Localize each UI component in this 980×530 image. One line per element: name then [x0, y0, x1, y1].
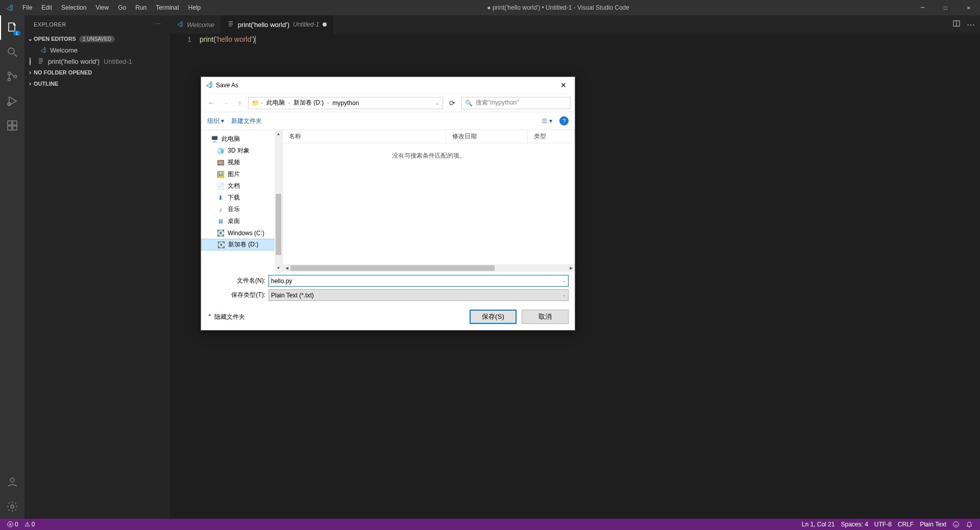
menu-file[interactable]: File: [18, 0, 37, 15]
hide-folders-toggle[interactable]: ⌃ 隐藏文件夹: [207, 313, 245, 321]
status-bell-icon[interactable]: [963, 521, 976, 528]
breadcrumb-item[interactable]: mypython: [331, 99, 360, 107]
open-editor-item[interactable]: Welcome: [24, 44, 170, 56]
open-editor-label: Welcome: [50, 46, 78, 54]
svg-point-3: [14, 75, 17, 78]
nav-back-button[interactable]: ←: [205, 99, 217, 107]
tree-item[interactable]: 🧊3D 对象: [201, 145, 282, 157]
status-encoding[interactable]: UTF-8: [871, 521, 895, 528]
menu-run[interactable]: Run: [131, 0, 151, 15]
more-actions-icon[interactable]: ⋯: [967, 20, 975, 30]
open-editor-label: print('hello world'): [48, 58, 100, 65]
activity-explorer[interactable]: 1: [0, 15, 24, 40]
column-header-date[interactable]: 修改日期: [446, 130, 528, 143]
unsaved-badge: 1 UNSAVED: [79, 36, 115, 42]
explorer-title: EXPLORER: [34, 21, 66, 28]
nav-up-button[interactable]: ↑: [234, 99, 246, 107]
tree-item[interactable]: 🎞️视频: [201, 157, 282, 168]
dialog-close-button[interactable]: ✕: [552, 77, 575, 93]
modified-dot-icon: [323, 22, 327, 27]
tree-scrollbar[interactable]: ▲ ▼: [275, 130, 282, 272]
menu-help[interactable]: Help: [184, 0, 206, 15]
svg-rect-8: [13, 126, 17, 130]
window-maximize-button[interactable]: ☐: [934, 0, 957, 15]
nav-forward-button[interactable]: →: [219, 99, 232, 107]
column-header-type[interactable]: 类型: [528, 130, 575, 143]
tab-untitled-1[interactable]: print('hello world') Untitled-1: [221, 15, 333, 34]
svg-rect-5: [8, 121, 12, 125]
split-editor-icon[interactable]: [952, 19, 961, 30]
status-eol[interactable]: CRLF: [895, 521, 917, 528]
search-input[interactable]: 🔍 搜索"mypython": [461, 97, 571, 109]
menu-view[interactable]: View: [91, 0, 113, 15]
chevron-down-icon[interactable]: ⌄: [435, 100, 439, 106]
column-header-name[interactable]: 名称: [283, 130, 446, 143]
save-as-dialog: Save As ✕ ← → ↑ 📁 › 此电脑 › 新加卷 (D:) › myp…: [201, 77, 575, 331]
tree-item[interactable]: ⬇下载: [201, 192, 282, 204]
drive-icon: 💽: [216, 229, 225, 237]
error-icon: ⓧ: [7, 520, 13, 529]
explorer-panel: EXPLORER ⋯ ⌄ OPEN EDITORS 1 UNSAVED Welc…: [24, 15, 170, 519]
chevron-right-icon: ›: [27, 69, 34, 76]
new-folder-button[interactable]: 新建文件夹: [231, 117, 262, 125]
outline-header[interactable]: › OUTLINE: [24, 78, 170, 89]
tree-item[interactable]: 🖼️图片: [201, 168, 282, 180]
menu-terminal[interactable]: Terminal: [151, 0, 183, 15]
explorer-more-icon[interactable]: ⋯: [155, 21, 161, 28]
tree-item[interactable]: 💽新加卷 (D:): [201, 239, 282, 250]
tree-item[interactable]: 📄文档: [201, 180, 282, 192]
open-editor-item[interactable]: print('hello world') Untitled-1: [24, 56, 170, 67]
breadcrumb-item[interactable]: 新加卷 (D:): [292, 98, 325, 107]
open-editors-label: OPEN EDITORS: [34, 36, 76, 42]
status-errors[interactable]: ⓧ0: [4, 520, 21, 529]
organize-dropdown[interactable]: 组织 ▾: [207, 117, 224, 125]
nav-refresh-button[interactable]: ⟳: [445, 97, 459, 109]
activity-search[interactable]: [0, 40, 24, 64]
window-minimize-button[interactable]: ─: [911, 0, 934, 15]
activity-source-control[interactable]: [0, 64, 24, 89]
tree-item[interactable]: 🖥桌面: [201, 215, 282, 227]
help-button[interactable]: ?: [559, 116, 569, 125]
svg-rect-7: [8, 126, 12, 130]
activity-settings[interactable]: [0, 494, 24, 519]
tree-item[interactable]: 💽Windows (C:): [201, 227, 282, 239]
tree-item[interactable]: 🖥️此电脑: [201, 133, 282, 145]
status-warnings[interactable]: ⚠0: [21, 521, 38, 528]
status-language[interactable]: Plain Text: [917, 521, 949, 528]
vscode-logo-icon: [205, 81, 213, 90]
activity-accounts[interactable]: [0, 470, 24, 494]
menu-selection[interactable]: Selection: [57, 0, 91, 15]
warning-icon: ⚠: [24, 521, 30, 528]
tab-label: Welcome: [187, 21, 214, 29]
activity-extensions[interactable]: [0, 113, 24, 138]
menu-go[interactable]: Go: [113, 0, 131, 15]
window-close-button[interactable]: ✕: [957, 0, 980, 15]
svg-point-2: [8, 79, 11, 81]
save-button[interactable]: 保存(S): [470, 310, 517, 324]
tab-welcome[interactable]: Welcome: [170, 15, 221, 34]
filetype-select[interactable]: Plain Text (*.txt)⌄: [268, 289, 569, 301]
activity-run-debug[interactable]: [0, 89, 24, 113]
address-breadcrumb[interactable]: 📁 › 此电脑 › 新加卷 (D:) › mypython ⌄: [248, 97, 443, 109]
chevron-down-icon[interactable]: ⌄: [562, 279, 566, 283]
empty-message: 没有与搜索条件匹配的项。: [283, 152, 575, 160]
view-options-button[interactable]: ▾: [541, 117, 552, 124]
picture-icon: 🖼️: [216, 170, 225, 179]
vscode-logo-icon: [39, 46, 47, 54]
open-editors-header[interactable]: ⌄ OPEN EDITORS 1 UNSAVED: [24, 33, 170, 44]
status-cursor[interactable]: Ln 1, Col 21: [799, 521, 838, 528]
status-spaces[interactable]: Spaces: 4: [838, 521, 871, 528]
tree-item[interactable]: ♪音乐: [201, 204, 282, 215]
chevron-right-icon: ›: [27, 80, 34, 87]
status-feedback-icon[interactable]: [949, 521, 963, 528]
drive-icon: 💽: [217, 241, 225, 249]
breadcrumb-item[interactable]: 此电脑: [265, 98, 286, 107]
list-h-scrollbar[interactable]: ◀▶: [283, 264, 575, 272]
menu-edit[interactable]: Edit: [37, 0, 57, 15]
cancel-button[interactable]: 取消: [522, 310, 569, 324]
file-icon: [227, 20, 234, 29]
vscode-logo-icon: [0, 4, 18, 12]
filename-input[interactable]: hello.py⌄: [268, 275, 569, 287]
modified-dot-icon: [30, 57, 31, 66]
no-folder-header[interactable]: › NO FOLDER OPENED: [24, 67, 170, 78]
